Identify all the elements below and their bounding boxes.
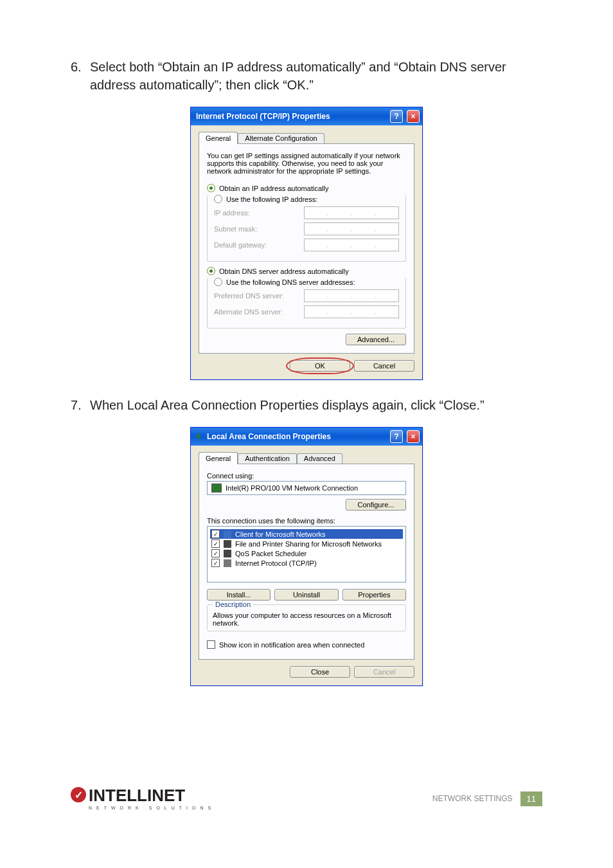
connection-icon: ┿ [196, 432, 200, 441]
description-legend: Description [213, 601, 253, 608]
alternate-dns-row: Alternate DNS server: ... [214, 305, 399, 318]
radio-use-ip[interactable]: Use the following IP address: [214, 195, 399, 203]
properties-button[interactable]: Properties [342, 589, 406, 601]
show-icon-label: Show icon in notification area when conn… [219, 641, 364, 649]
page-number: 11 [520, 791, 542, 806]
ok-button[interactable]: OK [290, 360, 350, 372]
list-item[interactable]: Internet Protocol (TCP/IP) [210, 558, 403, 568]
list-item[interactable]: QoS Packet Scheduler [210, 548, 403, 558]
subnet-input: ... [304, 222, 399, 235]
close-icon[interactable]: × [407, 110, 420, 123]
tab-advanced[interactable]: Advanced [297, 453, 342, 464]
subnet-row: Subnet mask: ... [214, 222, 399, 235]
radio-use-dns[interactable]: Use the following DNS server addresses: [214, 278, 399, 286]
page-footer: ✓ INTELLINET NETWORK SOLUTIONS NETWORK S… [71, 787, 542, 810]
description-group: Description Allows your computer to acce… [207, 604, 406, 631]
ip-address-row: IP address: ... [214, 206, 399, 219]
tcpip-tabs: General Alternate Configuration [199, 132, 414, 144]
items-listbox[interactable]: Client for Microsoft Networks File and P… [207, 526, 406, 583]
alternate-dns-label: Alternate DNS server: [214, 308, 304, 316]
radio-use-ip-label: Use the following IP address: [226, 195, 317, 203]
close-button[interactable]: Close [290, 666, 350, 678]
logo-name: INTELLINET [89, 787, 215, 804]
tab-authentication[interactable]: Authentication [238, 453, 297, 464]
section-label: NETWORK SETTINGS [432, 794, 513, 803]
checkbox-icon [207, 640, 215, 649]
help-icon[interactable]: ? [390, 430, 403, 443]
protocol-icon [224, 559, 231, 567]
service-icon [224, 540, 231, 548]
radio-obtain-dns-auto-label: Obtain DNS server address automatically [219, 267, 349, 275]
nic-icon [211, 484, 222, 493]
checkbox-icon[interactable] [211, 539, 220, 548]
logo-subtitle: NETWORK SOLUTIONS [89, 806, 215, 810]
advanced-button[interactable]: Advanced... [346, 334, 406, 345]
gateway-row: Default gateway: ... [214, 239, 399, 251]
preferred-dns-row: Preferred DNS server: ... [214, 289, 399, 302]
radio-obtain-ip-auto[interactable]: Obtain an IP address automatically [207, 184, 406, 192]
step-7-text: When Local Area Connection Properties di… [90, 396, 542, 414]
cancel-button: Cancel [354, 666, 414, 678]
list-item[interactable]: Client for Microsoft Networks [210, 529, 403, 539]
configure-button[interactable]: Configure... [346, 499, 406, 511]
description-text: Allows your computer to access resources… [213, 611, 400, 627]
checkbox-icon[interactable] [211, 559, 220, 567]
tcpip-title: Internet Protocol (TCP/IP) Properties [196, 112, 386, 121]
radio-dot-icon [214, 278, 222, 286]
alternate-dns-input: ... [304, 305, 399, 318]
radio-obtain-dns-auto[interactable]: Obtain DNS server address automatically [207, 267, 406, 275]
uses-items-label: This connection uses the following items… [207, 517, 406, 525]
preferred-dns-label: Preferred DNS server: [214, 292, 304, 300]
radio-dot-selected-icon [207, 267, 215, 275]
preferred-dns-input: ... [304, 289, 399, 302]
step-6-number: 6. [71, 58, 90, 76]
tab-alternate-configuration[interactable]: Alternate Configuration [238, 133, 324, 144]
lac-tabs: General Authentication Advanced [199, 452, 414, 464]
ip-address-label: IP address: [214, 209, 304, 217]
list-item[interactable]: File and Printer Sharing for Microsoft N… [210, 539, 403, 548]
lac-titlebar[interactable]: ┿ Local Area Connection Properties ? × [191, 428, 422, 446]
radio-use-dns-label: Use the following DNS server addresses: [226, 278, 355, 286]
service-icon [224, 550, 231, 557]
adapter-field: Intel(R) PRO/100 VM Network Connection [207, 481, 406, 495]
tab-general[interactable]: General [199, 452, 238, 464]
ip-address-input: ... [304, 206, 399, 219]
lac-properties-window: ┿ Local Area Connection Properties ? × G… [190, 427, 423, 686]
step-7-number: 7. [71, 396, 90, 414]
cancel-button[interactable]: Cancel [354, 360, 414, 372]
tab-general[interactable]: General [199, 132, 238, 144]
step-7: 7. When Local Area Connection Properties… [71, 396, 542, 414]
gateway-input: ... [304, 239, 399, 251]
show-icon-checkbox[interactable]: Show icon in notification area when conn… [207, 640, 406, 649]
gateway-label: Default gateway: [214, 241, 304, 249]
install-button[interactable]: Install... [207, 589, 271, 601]
lac-title: Local Area Connection Properties [207, 432, 386, 441]
radio-dot-selected-icon [207, 184, 215, 192]
radio-dot-icon [214, 195, 222, 203]
list-item-label: Client for Microsoft Networks [235, 530, 326, 538]
adapter-name: Intel(R) PRO/100 VM Network Connection [226, 484, 358, 492]
help-icon[interactable]: ? [390, 110, 403, 123]
radio-obtain-ip-auto-label: Obtain an IP address automatically [219, 185, 328, 192]
tcpip-properties-window: Internet Protocol (TCP/IP) Properties ? … [190, 107, 423, 380]
intellinet-logo: ✓ INTELLINET NETWORK SOLUTIONS [71, 787, 215, 810]
step-6-text: Select both “Obtain an IP address automa… [90, 58, 542, 94]
logo-checkmark-icon: ✓ [71, 787, 86, 802]
checkbox-icon[interactable] [211, 530, 220, 538]
uninstall-button[interactable]: Uninstall [274, 589, 338, 601]
close-icon[interactable]: × [407, 430, 420, 443]
list-item-label: QoS Packet Scheduler [235, 550, 306, 557]
tcpip-titlebar[interactable]: Internet Protocol (TCP/IP) Properties ? … [191, 107, 422, 125]
list-item-label: File and Printer Sharing for Microsoft N… [235, 540, 382, 548]
list-item-label: Internet Protocol (TCP/IP) [235, 559, 317, 567]
tcpip-description: You can get IP settings assigned automat… [207, 152, 406, 175]
step-6: 6. Select both “Obtain an IP address aut… [71, 58, 542, 94]
connect-using-label: Connect using: [207, 472, 406, 480]
client-icon [224, 530, 231, 538]
subnet-label: Subnet mask: [214, 225, 304, 233]
checkbox-icon[interactable] [211, 549, 220, 557]
